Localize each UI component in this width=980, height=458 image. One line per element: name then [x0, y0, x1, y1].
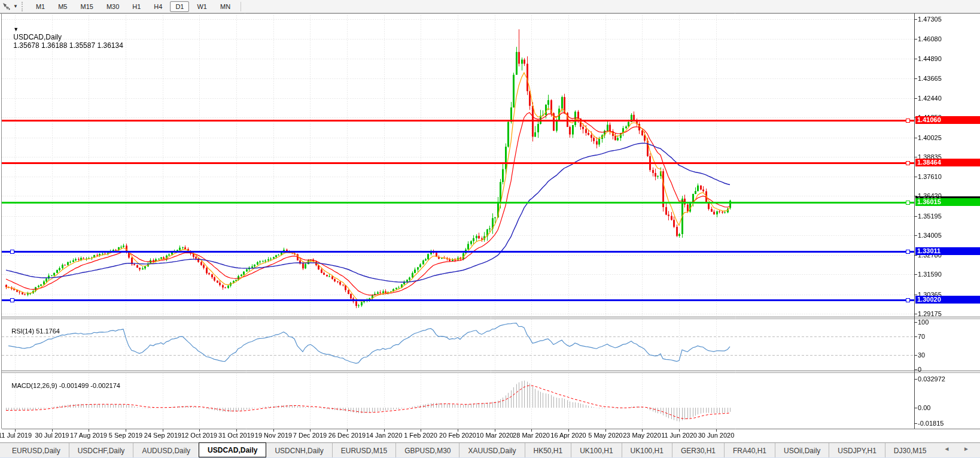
chart-tab-audusd[interactable]: AUDUSD,Daily	[133, 443, 199, 457]
chart-tab-usdcnh[interactable]: USDCNH,Daily	[266, 443, 331, 457]
level-line-price-label[interactable]: 1.30020	[915, 296, 980, 304]
macd-scale-label: -0.01815	[918, 420, 944, 427]
mt4-window: ▼ M1M5M15M30H1H4D1W1MN ▼ USDCAD,Daily 1.…	[0, 0, 980, 458]
date-tick-label: 24 Sep 2019	[144, 432, 181, 439]
toolbar-separator	[241, 2, 241, 11]
chart-title: ▼ USDCAD,Daily 1.35678 1.36188 1.35587 1…	[5, 16, 123, 58]
macd-scale-label: 0.032972	[918, 375, 945, 383]
chart-tab-eurusd[interactable]: EURUSD,Daily	[4, 443, 69, 457]
chart-tab-ger30[interactable]: GER30,H1	[672, 443, 724, 457]
date-tick-label: 28 Mar 2020	[513, 432, 550, 439]
date-tick-label: 12 Oct 2019	[181, 432, 217, 439]
date-tick-label: 7 Dec 2019	[293, 432, 327, 439]
toolbar-grip-icon[interactable]	[22, 2, 26, 11]
chart-tab-usdcad[interactable]: USDCAD,Daily	[199, 442, 266, 457]
date-tick-label: 1 Feb 2020	[404, 432, 437, 439]
timeframe-button-m15[interactable]: M15	[75, 1, 98, 12]
chart-tab-hk50[interactable]: HK50,H1	[525, 443, 571, 457]
toolbar-caret-icon[interactable]: ▼	[13, 4, 18, 9]
timeframe-button-h4[interactable]: H4	[148, 1, 168, 12]
date-tick-label: 5 May 2020	[588, 432, 622, 439]
chart-tab-usoil[interactable]: USOil,Daily	[775, 443, 829, 457]
timeframe-button-h1[interactable]: H1	[127, 1, 146, 12]
timeframe-button-m30[interactable]: M30	[101, 1, 124, 12]
date-tick-label: 26 Dec 2019	[328, 432, 366, 439]
timeframe-button-w1[interactable]: W1	[191, 1, 212, 12]
price-tick-label: 1.31590	[918, 271, 942, 278]
price-tick-label: 1.42440	[918, 95, 942, 102]
date-tick-label: 5 Sep 2019	[109, 432, 142, 439]
timeframe-button-group: M1M5M15M30H1H4D1W1MN	[29, 1, 237, 12]
date-tick-label: 17 Aug 2019	[70, 432, 107, 439]
draw-tools-icon[interactable]	[2, 2, 12, 11]
date-tick-label: 30 Jun 2020	[698, 432, 735, 439]
price-tick-label: 1.29175	[918, 310, 942, 317]
chart-tab-xauusd[interactable]: XAUUSD,Daily	[459, 443, 524, 457]
rsi-scale-label: 100	[918, 319, 929, 326]
date-tick-label: 11 Jun 2020	[661, 432, 697, 439]
chart-tab-gbpusd[interactable]: GBPUSD,M30	[395, 443, 459, 457]
level-line-price-label[interactable]: 1.38464	[915, 159, 980, 166]
date-tick-label: 30 Jul 2019	[35, 432, 69, 439]
price-tick-label: 1.34005	[918, 232, 942, 239]
date-tick-label: 10 Mar 2020	[476, 432, 513, 439]
chart-tab-fra40[interactable]: FRA40,H1	[724, 443, 775, 457]
timeframe-button-m5[interactable]: M5	[53, 1, 72, 12]
rsi-scale-label: 70	[918, 333, 925, 340]
window-menu-icon[interactable]: ▼	[13, 26, 19, 32]
date-tick-label: 20 Feb 2020	[439, 432, 476, 439]
date-tick-label: 31 Oct 2019	[218, 432, 254, 439]
macd-scale-label: 0.00	[918, 404, 930, 411]
chart-tab-usdjpy[interactable]: USDJPY,H1	[829, 443, 884, 457]
rsi-scale-label: 30	[918, 351, 925, 359]
price-tick-label: 1.44890	[918, 55, 942, 62]
rsi-indicator-label: RSI(14) 51.1764	[4, 320, 60, 342]
rsi-scale-label: 0	[918, 366, 921, 373]
level-line-price-label[interactable]: 1.41060	[915, 116, 980, 124]
chart-tab-uk100[interactable]: UK100,H1	[622, 443, 672, 457]
date-tick-label: 19 Nov 2019	[255, 432, 292, 439]
price-tick-label: 1.37610	[918, 173, 942, 180]
price-tick-label: 1.40025	[918, 134, 942, 141]
chart-tab-uk100[interactable]: UK100,H1	[571, 443, 621, 457]
macd-indicator-label: MACD(12,26,9) -0.001499 -0.002174	[4, 375, 120, 396]
chart-tab-eurusd[interactable]: EURUSD,M15	[332, 443, 395, 457]
tab-next-icon[interactable]: ►	[963, 445, 975, 452]
date-tick-label: 14 Jan 2020	[366, 432, 403, 439]
timeframe-button-mn[interactable]: MN	[215, 1, 236, 12]
chart-symbol-label: USDCAD,Daily	[13, 33, 62, 41]
tab-scroll-arrows: ◄ ►	[944, 445, 975, 452]
date-tick-label: 16 Apr 2020	[550, 432, 586, 439]
date-tick-label: 23 May 2020	[623, 432, 661, 439]
timeframe-button-d1[interactable]: D1	[170, 1, 189, 12]
price-tick-label: 1.43665	[918, 75, 942, 82]
level-line-price-label[interactable]: 1.36015	[915, 198, 980, 206]
tab-prev-icon[interactable]: ◄	[944, 445, 955, 452]
timeframe-button-m1[interactable]: M1	[31, 1, 50, 12]
chart-tab-dj30[interactable]: DJ30,M15	[885, 443, 935, 457]
level-line-price-label[interactable]: 1.33011	[915, 247, 980, 255]
price-tick-label: 1.47305	[918, 16, 942, 23]
date-tick-label: 11 Jul 2019	[0, 432, 32, 439]
chart-tab-bar: EURUSD,DailyUSDCHF,DailyAUDUSD,DailyUSDC…	[0, 442, 980, 457]
chart-ohlc-values: 1.35678 1.36188 1.35587 1.36134	[13, 41, 123, 50]
price-tick-label: 1.46080	[918, 35, 942, 43]
price-tick-label: 1.35195	[918, 213, 942, 220]
toolbar: ▼ M1M5M15M30H1H4D1W1MN	[0, 0, 980, 13]
chart-canvas[interactable]	[0, 0, 980, 458]
chart-tab-usdchf[interactable]: USDCHF,Daily	[69, 443, 133, 457]
